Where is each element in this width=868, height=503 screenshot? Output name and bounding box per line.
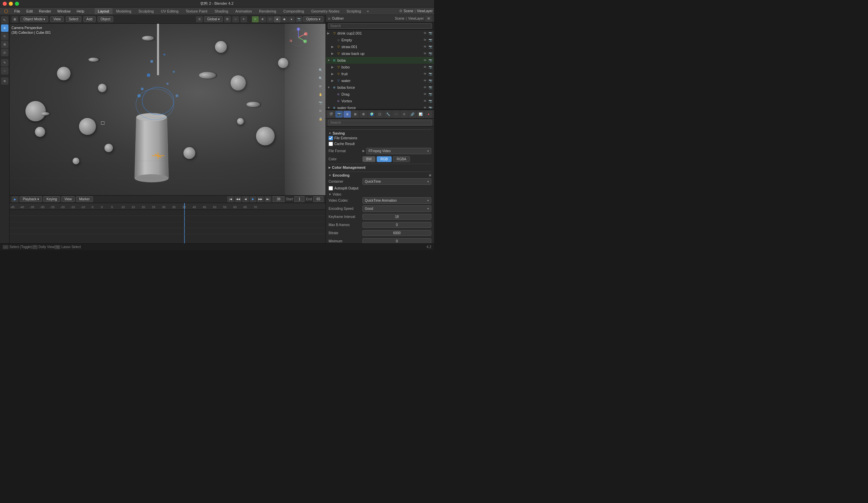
tool-move[interactable]: ✛ [1,24,9,32]
file-format-dropdown[interactable]: FFmpeg Video [366,148,431,154]
visibility-icon[interactable]: 👁 [423,31,427,35]
visibility-icon[interactable]: 👁 [423,44,427,49]
tool-rotate[interactable]: ↻ [1,33,9,40]
prop-render-icon[interactable]: 📷 [335,111,343,118]
container-dropdown[interactable]: QuickTime [362,178,431,185]
menu-blender[interactable]: ⬡ [1,8,11,14]
encoding-speed-dropdown[interactable]: Good [362,206,431,212]
tab-rendering[interactable]: Rendering [256,8,280,14]
tool-transform[interactable]: ⊡ [1,49,9,56]
visibility-icon[interactable]: 👁 [423,58,427,63]
first-frame-btn[interactable]: |◀ [227,196,234,202]
video-codec-dropdown[interactable]: QuickTime Animation [362,197,431,204]
tree-item-straw[interactable]: ▶ ▽ straw.001 👁 📷 [326,43,434,50]
timeline-tracks[interactable] [10,210,326,243]
visibility-icon[interactable]: 👁 [423,98,427,103]
scene-selector[interactable]: Scene [404,9,413,13]
shading-material[interactable]: ◉ [281,16,288,22]
playback-menu[interactable]: Playback [20,196,42,202]
tree-item-boba-force[interactable]: ▼ ⊕ boba force 👁 📷 [326,84,434,91]
tab-uv-editing[interactable]: UV Editing [157,8,182,14]
bitrate-input[interactable] [362,230,431,236]
visibility-icon[interactable]: 👁 [423,72,427,76]
render-icon[interactable]: 📷 [428,105,433,109]
shading-wireframe[interactable]: □ [267,16,273,22]
prop-output-icon[interactable]: 🖥 [343,111,351,118]
outliner-filter-icon[interactable]: ⊟ [425,15,432,22]
view-menu2[interactable]: View [61,196,75,202]
prop-constraints-icon[interactable]: 🔗 [409,111,416,118]
tree-item-empty[interactable]: ◇ Empty 👁 📷 [326,36,434,43]
tool-cursor2[interactable]: ⊕ [1,77,9,85]
tab-layout[interactable]: Layout [95,8,113,14]
prev-frame-btn[interactable]: ◀ [242,196,249,202]
outliner-search-input[interactable] [328,23,432,29]
encoding-settings-icon[interactable]: ⊞ [429,174,431,177]
encoding-section-header[interactable]: ▼ Encoding ⊞ [329,171,431,178]
visibility-icon[interactable]: 👁 [423,78,427,83]
render-icon[interactable]: 📷 [428,98,433,103]
global-selector[interactable]: Global [204,16,223,22]
render-icon[interactable]: 📷 [428,58,433,63]
render-icon[interactable]: 📷 [428,72,433,76]
prop-view-layer-icon[interactable]: ⊞ [352,111,359,118]
visibility-icon[interactable]: 👁 [423,65,427,70]
view-menu[interactable]: View [50,16,64,22]
prop-world-icon[interactable]: 🌍 [368,111,375,118]
render-icon[interactable]: 📷 [428,92,433,97]
file-extensions-checkbox[interactable] [329,136,333,140]
object-menu[interactable]: Object [98,16,114,22]
tab-texture-paint[interactable]: Texture Paint [182,8,210,14]
tree-item-boba[interactable]: ▼ ⊞ boba 👁 📷 [326,57,434,64]
select-menu[interactable]: Select [66,16,81,22]
prop-particle-icon[interactable]: ⋯ [392,111,400,118]
tab-shading[interactable]: Shading [211,8,231,14]
viewport-mode-icon[interactable]: ⊞ [11,16,18,22]
tree-item-fruit[interactable]: ▶ ▽ fruit 👁 📷 [326,71,434,77]
render-icon[interactable]: 📷 [428,78,433,83]
menu-render[interactable]: Render [36,9,54,14]
prop-modifier-icon[interactable]: 🔧 [384,111,392,118]
scene-camera[interactable]: 📷 [296,16,302,22]
options-btn[interactable]: Options [303,16,323,22]
play-btn[interactable]: ▶ [249,196,256,202]
color-management-header[interactable]: ▶ Color Management [329,164,431,170]
menu-file[interactable]: File [11,9,23,14]
render-icon[interactable]: 📷 [428,85,433,90]
saving-section-header[interactable]: ▼ Saving [329,129,431,136]
prop-material-icon[interactable]: ● [425,111,432,118]
visibility-icon[interactable]: 👁 [423,105,427,109]
prop-physics-icon[interactable]: ⚛ [401,111,408,118]
properties-search-input[interactable] [328,120,432,125]
tree-item-vortex[interactable]: ⊚ Vortex 👁 📷 [326,98,434,104]
tree-item-bobo[interactable]: ▶ ▽ bobo 👁 📷 [326,64,434,71]
render-icon[interactable]: 📷 [428,31,433,35]
autosplit-checkbox[interactable] [329,186,333,190]
start-frame-input[interactable]: 1 [294,196,304,202]
options-icon[interactable]: ≡ [240,16,247,22]
prop-scene-settings-icon[interactable]: ⚙ [360,111,367,118]
menu-help[interactable]: Help [74,9,87,14]
maximize-button[interactable] [15,2,19,6]
tab-scripting[interactable]: Scripting [343,8,364,14]
visibility-icon[interactable]: 👁 [423,92,427,97]
bw-button[interactable]: BW [362,156,375,162]
max-bframes-input[interactable] [362,222,431,228]
close-button[interactable] [3,2,7,6]
tree-item-water-force[interactable]: ▼ ⊕ water force 👁 📷 [326,104,434,109]
visibility-icon[interactable]: 👁 [423,85,427,90]
render-icon[interactable]: 📷 [428,38,433,42]
tab-compositing[interactable]: Compositing [280,8,308,14]
proportional-icon[interactable]: ○ [232,16,239,22]
tool-measure[interactable]: ↔ [1,67,9,75]
minimize-button[interactable] [9,2,13,6]
prop-data-icon[interactable]: 📊 [417,111,424,118]
tool-scale[interactable]: ⊞ [1,41,9,48]
tool-annotate[interactable]: ✎ [1,59,9,66]
next-frame-btn[interactable]: ▶▶ [257,196,264,202]
visibility-icon[interactable]: 👁 [423,38,427,42]
pivot-icon[interactable]: ⊙ [196,16,203,22]
tree-item-drink-cup[interactable]: ▶ ▽ drink cup2.001 👁 📷 [326,30,434,36]
tab-modeling[interactable]: Modeling [113,8,135,14]
minimum-input[interactable] [362,238,431,244]
